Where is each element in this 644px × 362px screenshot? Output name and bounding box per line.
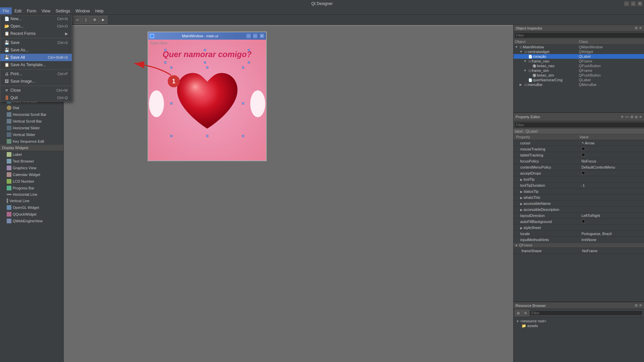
- botao-nao-label: botao_nao: [537, 64, 554, 68]
- dropdown-item-print[interactable]: 🖨 Print... Ctrl+P: [0, 70, 72, 78]
- expand-menubar[interactable]: ▶: [520, 83, 524, 86]
- dropdown-item-new[interactable]: 📄 New... Ctrl+N: [0, 15, 72, 22]
- menu-item-edit[interactable]: Edit: [12, 7, 24, 14]
- menu-item-window[interactable]: Window: [73, 7, 93, 14]
- rb-root-item[interactable]: ▼ <resource root>: [515, 319, 643, 323]
- new-file-icon: 📄: [4, 16, 9, 21]
- dropdown-item-save-as[interactable]: 💾 Save As...: [0, 46, 72, 54]
- prop-value-tooltipduration[interactable]: -1: [582, 183, 643, 187]
- tree-row-coracao[interactable]: 📄 coração QLabel: [514, 54, 644, 59]
- toolbar-layout-vbox-btn[interactable]: ▯: [82, 16, 90, 24]
- expand-centralwidget[interactable]: ▼: [520, 50, 524, 53]
- prop-value-frameshape[interactable]: NoFrame: [582, 249, 643, 253]
- wb-item-calendar[interactable]: Calendar Widget: [0, 171, 63, 178]
- tablettracking-checkbox[interactable]: [582, 153, 585, 156]
- pe-settings-btn[interactable]: ⚙: [630, 115, 634, 119]
- wb-item-dial[interactable]: Dial: [0, 104, 63, 111]
- rb-close-btn[interactable]: ✕: [639, 303, 642, 308]
- sel-handle-br: [248, 61, 250, 63]
- wb-item-vslider[interactable]: Vertical Slider: [0, 131, 63, 138]
- menu-item-file[interactable]: File: [0, 7, 12, 14]
- oi-float-btn[interactable]: ⧉: [635, 26, 638, 30]
- designer-window[interactable]: 🔷 MainWindow - main.ui ─ □ ✕ Type Here Q…: [148, 32, 267, 161]
- prop-value-autofill[interactable]: [582, 220, 643, 224]
- dropdown-item-recent-forms[interactable]: 📋 Recent Forms ▶: [0, 30, 72, 37]
- tree-row-menubar[interactable]: ▶ ⊟ menuBar QMenuBar ...: [514, 82, 644, 87]
- toolbar-layout-hbox-btn[interactable]: ▭: [73, 16, 81, 24]
- expand-mainwindow[interactable]: ▼: [515, 45, 519, 49]
- dropdown-item-open[interactable]: 📂 Open... Ctrl+O: [0, 22, 72, 30]
- prop-value-cursor[interactable]: ↖Arrow: [582, 141, 643, 145]
- wb-item-label[interactable]: Label: [0, 151, 63, 158]
- wb-item-qweb[interactable]: QWebEngineView: [0, 218, 63, 224]
- designer-window-max-btn[interactable]: □: [253, 33, 258, 39]
- prop-value-focuspolicy[interactable]: NoFocus: [582, 159, 643, 163]
- oi-close-btn[interactable]: ✕: [639, 26, 642, 30]
- rb-refresh-btn[interactable]: ↻: [522, 310, 529, 316]
- prop-value-acceptdrops[interactable]: [582, 171, 643, 175]
- maximize-button[interactable]: □: [631, 1, 636, 6]
- resize-handle[interactable]: ⋱: [262, 156, 265, 160]
- minimize-button[interactable]: ─: [624, 1, 629, 6]
- tree-row-botao-sim[interactable]: 🔘 botao_sim QPushButton: [514, 73, 644, 78]
- prop-value-contextmenupolicy[interactable]: DefaultContextMenu: [582, 165, 643, 169]
- wb-item-lcd[interactable]: LCD Number: [0, 178, 63, 185]
- dropdown-item-save[interactable]: 💾 Save Ctrl+S: [0, 39, 72, 46]
- wb-item-progressbar[interactable]: Progress Bar: [0, 185, 63, 191]
- tree-row-mainwindow[interactable]: ▼ ⊟ MainWindow QMainWindow: [514, 45, 644, 49]
- property-editor-filter[interactable]: [514, 122, 644, 128]
- dropdown-item-save-all[interactable]: 💾 Save All Ctrl+Shift+S: [0, 54, 72, 61]
- prop-value-mousetracking[interactable]: [582, 147, 643, 151]
- tree-row-frame-sim[interactable]: ▼ ⊟ frame_sim QFrame: [514, 68, 644, 73]
- tree-row-botao-nao[interactable]: 🔘 botao_nao QPushButton: [514, 63, 644, 68]
- window-title: Qt Designer: [311, 1, 333, 6]
- rb-assets-item[interactable]: 📁 assets: [515, 323, 643, 328]
- prop-value-inputmethodhints[interactable]: ImhNone: [582, 238, 643, 242]
- mousetracking-checkbox[interactable]: [582, 147, 585, 150]
- wb-item-graphicsview[interactable]: Graphics View: [0, 165, 63, 171]
- wb-item-vline[interactable]: Vertical Line: [0, 197, 63, 204]
- prop-value-locale[interactable]: Portuguese, Brazil: [582, 232, 643, 236]
- menu-item-help[interactable]: Help: [93, 7, 106, 14]
- wb-item-hline[interactable]: Horizontal Line: [0, 191, 63, 197]
- toolbar-adjust-btn[interactable]: ⊞: [91, 16, 99, 24]
- designer-window-close-btn[interactable]: ✕: [259, 33, 265, 39]
- wb-item-hscrollbar[interactable]: Horizontal Scroll Bar: [0, 111, 63, 118]
- rb-float-btn[interactable]: ⧉: [635, 303, 638, 308]
- menu-item-view[interactable]: View: [39, 7, 53, 14]
- rb-filter-input[interactable]: [530, 310, 643, 316]
- dropdown-item-close[interactable]: ✕ Close Ctrl+W: [0, 87, 72, 94]
- rb-new-btn[interactable]: ⊟: [515, 310, 522, 316]
- menu-item-form[interactable]: Form: [24, 7, 39, 14]
- pe-remove-btn[interactable]: ─: [625, 114, 629, 120]
- prop-value-tablettracking[interactable]: [582, 153, 643, 157]
- designer-window-min-btn[interactable]: ─: [246, 33, 251, 39]
- expand-frame-nao[interactable]: ▼: [524, 59, 528, 63]
- dropdown-item-quit[interactable]: 🚪 Quit Ctrl+Q: [0, 94, 72, 101]
- tree-row-quernamorar[interactable]: 📄 querNamorarCmg QLabel: [514, 78, 644, 82]
- close-window-button[interactable]: ✕: [637, 1, 643, 6]
- tree-row-centralwidget[interactable]: ▼ ⊟ centralwidget QWidget: [514, 49, 644, 54]
- autofill-checkbox[interactable]: [582, 220, 585, 223]
- main-layout: Recent Forms Input Widgets Combo Box Fon…: [0, 25, 644, 362]
- wb-item-vscrollbar[interactable]: Vertical Scroll Bar: [0, 118, 63, 125]
- tree-row-frame-nao[interactable]: ▼ ⊟ frame_nao QFrame: [514, 59, 644, 63]
- wb-item-keyseqedit[interactable]: Key Sequence Edit: [0, 138, 63, 145]
- prop-name-tooltipduration: toolTipDuration: [515, 183, 582, 187]
- dropdown-item-save-image[interactable]: 🖼 Save Image...: [0, 78, 72, 85]
- wb-item-hslider[interactable]: Horizontal Slider: [0, 125, 63, 131]
- menu-item-settings[interactable]: Settings: [53, 7, 73, 14]
- expand-frame-sim[interactable]: ▼: [524, 69, 528, 72]
- wb-item-textbrowser[interactable]: Text Browser: [0, 158, 63, 165]
- wb-item-opengl[interactable]: OpenGL Widget: [0, 204, 63, 211]
- wb-item-qquick[interactable]: QQuickWidget: [0, 211, 63, 218]
- object-inspector-filter[interactable]: [514, 32, 644, 38]
- dropdown-item-save-template[interactable]: 📋 Save As Template...: [0, 61, 72, 69]
- pe-close-btn[interactable]: ✕: [639, 115, 642, 119]
- pe-float-btn[interactable]: ⧉: [635, 115, 638, 119]
- prop-value-layoutdirection[interactable]: LeftToRight: [582, 214, 643, 218]
- acceptdrops-checkbox[interactable]: [582, 171, 585, 175]
- pe-add-btn[interactable]: +: [621, 114, 624, 120]
- dropdown-saveall-label: Save All: [10, 55, 25, 60]
- toolbar-preview-btn[interactable]: ▶: [99, 16, 107, 24]
